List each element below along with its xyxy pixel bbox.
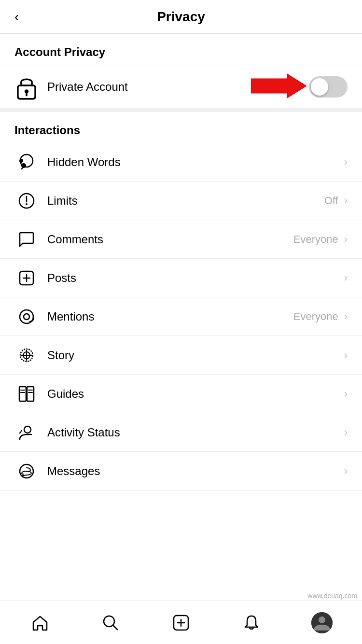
story-item[interactable]: Story › [0, 336, 362, 375]
page-content: ‹ Privacy Account Privacy Private Accoun… [0, 0, 362, 534]
mentions-chevron: › [344, 310, 348, 323]
mentions-value: Everyone [293, 310, 338, 323]
svg-point-6 [19, 159, 23, 163]
activity-status-label: Activity Status [47, 426, 342, 439]
story-label: Story [47, 349, 342, 362]
nav-profile[interactable] [303, 608, 341, 637]
mentions-icon [14, 305, 39, 329]
limits-chevron: › [344, 195, 348, 207]
bottom-nav [0, 601, 362, 644]
svg-point-29 [24, 426, 31, 433]
nav-home[interactable] [21, 608, 59, 637]
svg-rect-24 [27, 387, 34, 401]
hidden-words-icon [14, 150, 39, 174]
posts-chevron: › [344, 272, 348, 284]
posts-item[interactable]: Posts › [0, 259, 362, 297]
story-icon [14, 343, 39, 367]
interactions-header: Interactions [0, 112, 362, 143]
search-icon [101, 614, 120, 632]
svg-rect-23 [19, 387, 26, 401]
new-post-icon [172, 614, 190, 632]
comments-value: Everyone [293, 233, 338, 246]
messages-chevron: › [344, 465, 348, 477]
svg-line-32 [113, 625, 117, 630]
mentions-label: Mentions [47, 310, 293, 323]
private-account-row[interactable]: Private Account [0, 65, 362, 108]
messages-item[interactable]: Messages › [0, 452, 362, 490]
guides-label: Guides [47, 387, 342, 401]
activity-status-item[interactable]: Activity Status › [0, 413, 362, 452]
account-privacy-section: Account Privacy Private Account [0, 34, 362, 112]
lock-icon [14, 75, 39, 99]
account-privacy-header: Account Privacy [0, 34, 362, 65]
limits-value: Off [324, 195, 338, 207]
comments-label: Comments [47, 233, 293, 246]
private-account-toggle-container [309, 76, 348, 98]
guides-chevron: › [344, 388, 348, 400]
limits-item[interactable]: Limits Off › [0, 182, 362, 220]
mentions-item[interactable]: Mentions Everyone › [0, 297, 362, 336]
limits-label: Limits [47, 194, 324, 208]
svg-point-14 [24, 314, 29, 320]
svg-point-37 [319, 616, 325, 623]
header: ‹ Privacy [0, 0, 362, 34]
toggle-knob [311, 78, 328, 96]
guides-icon [14, 382, 39, 406]
comments-item[interactable]: Comments Everyone › [0, 220, 362, 259]
posts-icon [14, 266, 39, 290]
messages-label: Messages [47, 464, 342, 478]
private-account-toggle[interactable] [309, 76, 348, 98]
comments-icon [14, 227, 39, 252]
arrow-annotation [251, 71, 309, 102]
back-button[interactable]: ‹ [14, 9, 19, 25]
posts-label: Posts [47, 271, 342, 285]
notifications-icon [242, 614, 261, 632]
guides-item[interactable]: Guides › [0, 375, 362, 413]
svg-marker-3 [251, 74, 306, 98]
svg-point-9 [26, 203, 28, 205]
nav-new-post[interactable] [162, 608, 200, 637]
profile-avatar [311, 612, 333, 633]
limits-icon [14, 189, 39, 213]
watermark: www.deuaq.com [307, 592, 357, 600]
comments-chevron: › [344, 233, 348, 246]
story-chevron: › [344, 349, 348, 362]
activity-status-chevron: › [344, 426, 348, 439]
home-icon [31, 614, 49, 632]
interactions-section: Interactions Hidden Words › [0, 112, 362, 490]
hidden-words-item[interactable]: Hidden Words › [0, 143, 362, 182]
nav-notifications[interactable] [232, 608, 271, 637]
page-title: Privacy [157, 9, 205, 25]
hidden-words-label: Hidden Words [47, 155, 342, 169]
activity-status-icon [14, 420, 39, 445]
hidden-words-chevron: › [344, 156, 348, 168]
messages-icon [14, 459, 39, 483]
nav-search[interactable] [91, 608, 130, 637]
